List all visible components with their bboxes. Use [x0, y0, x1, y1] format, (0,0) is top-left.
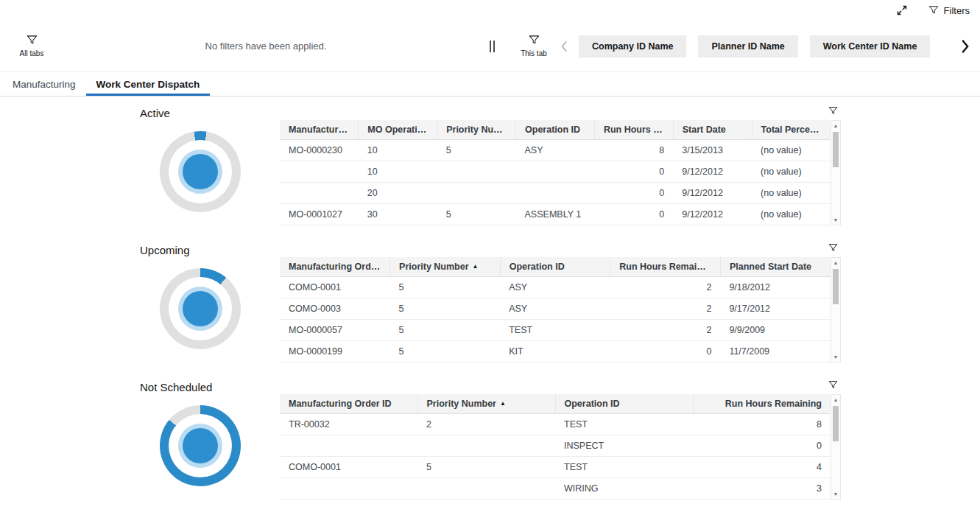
table-row[interactable]: MO-0000230105ASY83/15/2013(no value): [280, 140, 831, 161]
chevron-right-icon[interactable]: [956, 38, 973, 55]
column-header[interactable]: Priority Number▲: [417, 394, 555, 414]
upcoming-donut-chart: [160, 268, 241, 349]
table-cell: WIRING: [555, 478, 693, 500]
vertical-scrollbar[interactable]: ▲ ▼: [831, 257, 841, 362]
table-filter-icon[interactable]: [828, 105, 838, 116]
scroll-down-icon[interactable]: ▼: [831, 352, 840, 362]
table-cell: [280, 435, 417, 457]
table-cell: 8: [594, 140, 673, 161]
table-cell: (no value): [752, 161, 831, 183]
table-cell: TR-00032: [280, 414, 417, 435]
column-header[interactable]: Total Percent C...: [752, 120, 831, 140]
table-cell: MO-0000057: [280, 320, 390, 341]
table-row[interactable]: MO-00000575TEST29/9/2009: [280, 320, 831, 341]
table-cell: 5: [390, 298, 501, 320]
all-tabs-label: All tabs: [20, 49, 44, 57]
table-cell: [280, 161, 359, 183]
column-header[interactable]: MO Operation ...: [359, 120, 437, 140]
table-cell: 20: [359, 183, 437, 204]
table-row[interactable]: WIRING3: [280, 478, 831, 500]
funnel-icon: [529, 35, 540, 46]
table-cell: 0: [594, 183, 673, 204]
table-row[interactable]: COMO-00015TEST4: [280, 457, 831, 478]
column-header[interactable]: Manufacturing Order ID: [280, 257, 390, 277]
column-header[interactable]: Operation ID: [516, 120, 595, 140]
filter-bar-all-tabs-panel: All tabs No filters have been applied.: [0, 21, 487, 71]
scrollbar-thumb[interactable]: [833, 269, 839, 304]
table-cell: [437, 161, 516, 183]
table-cell: 9/12/2012: [673, 204, 752, 225]
scrollbar-thumb[interactable]: [833, 406, 839, 441]
table-cell: ASY: [500, 277, 610, 298]
vertical-scrollbar[interactable]: ▲ ▼: [831, 120, 841, 225]
scroll-up-icon[interactable]: ▲: [831, 121, 840, 130]
filters-label: Filters: [944, 5, 970, 16]
table-row[interactable]: INSPECT0: [280, 435, 831, 457]
table-filter-icon[interactable]: [828, 242, 838, 253]
donut-hole: [169, 140, 232, 203]
table-cell: ASSEMBLY 1: [516, 204, 595, 225]
table-cell: 5: [417, 457, 555, 478]
section-title: Not Scheduled: [140, 381, 280, 393]
this-tab-filter-button[interactable]: This tab: [517, 35, 551, 57]
donut-hole: [169, 277, 232, 340]
sort-ascending-icon: ▲: [500, 400, 506, 407]
scroll-up-icon[interactable]: ▲: [831, 258, 840, 267]
table-cell: TEST: [500, 320, 610, 341]
section-upcoming: Upcoming Manufacturing Order IDPriority …: [0, 242, 980, 379]
filter-funnel-icon: [928, 5, 939, 15]
column-header[interactable]: Priority Number▲: [390, 257, 501, 277]
table-row[interactable]: MO-0001027305ASSEMBLY 109/12/2012(no val…: [280, 204, 831, 225]
column-header[interactable]: Run Hours Remaining: [693, 394, 831, 414]
table-cell: [516, 183, 595, 204]
table-cell: TEST: [555, 457, 693, 478]
tab-manufacturing[interactable]: Manufacturing: [13, 72, 86, 96]
table-cell: 5: [437, 204, 516, 225]
table-row[interactable]: TR-000322TEST8: [280, 414, 831, 435]
scroll-up-icon[interactable]: ▲: [831, 395, 840, 404]
section-title: Active: [140, 107, 280, 119]
this-tab-label: This tab: [521, 49, 547, 57]
table-cell: (no value): [752, 140, 831, 161]
vertical-scrollbar[interactable]: ▲ ▼: [831, 394, 841, 500]
table-row[interactable]: COMO-00015ASY29/18/2012: [280, 277, 831, 298]
table-cell: 9/12/2012: [673, 183, 752, 204]
panel-resize-handle[interactable]: [487, 40, 496, 53]
table-cell: ASY: [516, 140, 595, 161]
scroll-down-icon[interactable]: ▼: [831, 215, 840, 225]
table-cell: 3: [693, 478, 831, 500]
chevron-left-icon[interactable]: [558, 40, 571, 53]
filters-button[interactable]: Filters: [928, 5, 970, 16]
column-header[interactable]: Planned Start Date: [720, 257, 831, 277]
filter-chip-planner-id-name[interactable]: Planner ID Name: [698, 35, 797, 57]
scrollbar-thumb[interactable]: [833, 132, 839, 167]
column-header[interactable]: Operation ID: [500, 257, 610, 277]
table-row[interactable]: COMO-00035ASY29/17/2012: [280, 298, 831, 320]
table-cell: INSPECT: [555, 435, 693, 457]
column-header[interactable]: Start Date: [673, 120, 752, 140]
table-row[interactable]: 1009/12/2012(no value): [280, 161, 831, 183]
table-row[interactable]: MO-00001995KIT011/7/2009: [280, 341, 831, 362]
column-header[interactable]: Priority Numbe...: [437, 120, 516, 140]
scroll-down-icon[interactable]: ▼: [831, 489, 840, 499]
table-cell: 2: [610, 298, 721, 320]
table-cell: 0: [594, 204, 673, 225]
filter-chip-company-id-name[interactable]: Company ID Name: [579, 35, 686, 57]
column-header[interactable]: Run Hours Re...: [594, 120, 673, 140]
table-cell: 2: [417, 414, 555, 435]
table-row[interactable]: 2009/12/2012(no value): [280, 183, 831, 204]
table-cell: 10: [359, 140, 437, 161]
column-header[interactable]: Manufacturing ...: [280, 120, 359, 140]
column-header[interactable]: Operation ID: [555, 394, 693, 414]
table-cell: 9/17/2012: [720, 298, 831, 320]
table-cell: (no value): [752, 183, 831, 204]
tab-work-center-dispatch[interactable]: Work Center Dispatch: [86, 72, 211, 96]
not-scheduled-donut-chart: [160, 405, 241, 486]
sort-ascending-icon: ▲: [473, 263, 479, 270]
filter-chip-work-center-id-name[interactable]: Work Center ID Name: [810, 35, 931, 57]
expand-icon[interactable]: [896, 4, 908, 16]
table-filter-icon[interactable]: [828, 379, 838, 390]
table-cell: [280, 183, 359, 204]
column-header[interactable]: Manufacturing Order ID: [280, 394, 417, 414]
column-header[interactable]: Run Hours Remaining: [610, 257, 721, 277]
